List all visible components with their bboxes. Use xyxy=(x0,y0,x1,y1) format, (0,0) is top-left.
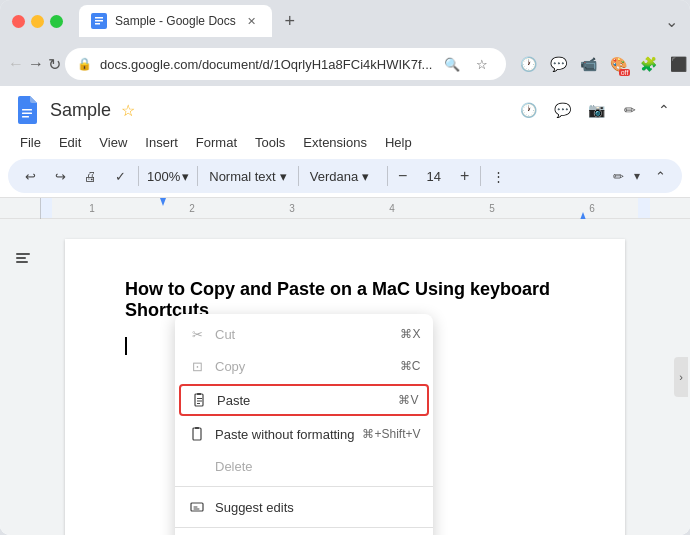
toolbar-print-icon[interactable]: 🖨 xyxy=(76,162,104,190)
svg-rect-21 xyxy=(197,393,201,395)
lock-icon: 🔒 xyxy=(77,57,92,71)
maximize-button[interactable] xyxy=(50,15,63,28)
browser-window: Sample - Google Docs ✕ + ⌄ ← → ↻ 🔒 docs.… xyxy=(0,0,690,535)
menu-format[interactable]: Format xyxy=(188,132,245,153)
paste-unformatted-shortcut: ⌘+Shift+V xyxy=(362,427,420,441)
toolbar-spellcheck-icon[interactable]: ✓ xyxy=(106,162,134,190)
delete-icon xyxy=(187,456,207,476)
docs-edit-icon[interactable]: ✏ xyxy=(616,96,644,124)
reload-button[interactable]: ↻ xyxy=(48,49,61,79)
toolbar-zoom[interactable]: 100% ▾ xyxy=(143,167,193,186)
svg-rect-3 xyxy=(95,23,100,25)
style-dropdown-icon: ▾ xyxy=(280,169,287,184)
toolbar-undo-icon[interactable]: ↩ xyxy=(16,162,44,190)
cut-shortcut: ⌘X xyxy=(400,327,420,341)
svg-rect-18 xyxy=(16,257,26,259)
docs-chat-icon[interactable]: 💬 xyxy=(548,96,576,124)
outline-icon[interactable] xyxy=(14,249,32,271)
chat-icon[interactable]: 💬 xyxy=(544,50,572,78)
docs-history-icon[interactable]: 🕐 xyxy=(514,96,542,124)
bookmark-icon[interactable]: ☆ xyxy=(470,52,494,76)
right-panel-collapse-button[interactable]: › xyxy=(674,357,688,397)
traffic-lights xyxy=(12,15,63,28)
context-menu-suggest-edits[interactable]: Suggest edits xyxy=(175,491,433,523)
edit-mode-icon[interactable]: ✏ xyxy=(604,162,632,190)
video-icon[interactable]: 📹 xyxy=(574,50,602,78)
more-options-icon[interactable]: ⋮ xyxy=(485,162,513,190)
edit-mode-label: ▾ xyxy=(634,169,640,183)
svg-text:2: 2 xyxy=(189,203,195,214)
search-icon[interactable]: 🔍 xyxy=(440,52,464,76)
close-button[interactable] xyxy=(12,15,25,28)
menu-file[interactable]: File xyxy=(12,132,49,153)
docs-title-icons: 🕐 💬 📷 ✏ ⌃ xyxy=(514,96,678,124)
font-size-dropdown[interactable]: 14 xyxy=(414,166,454,187)
toolbar-collapse-icon[interactable]: ⌃ xyxy=(646,162,674,190)
title-bar: Sample - Google Docs ✕ + ⌄ xyxy=(0,0,690,42)
address-bar: ← → ↻ 🔒 docs.google.com/document/d/1Oqrl… xyxy=(0,42,690,86)
docs-collapse-icon[interactable]: ⌃ xyxy=(650,96,678,124)
menu-extensions[interactable]: Extensions xyxy=(295,132,375,153)
font-size-controls: − 14 + xyxy=(392,165,476,187)
ruler-content: 1 2 3 4 5 6 7 xyxy=(40,198,650,218)
paste-unformatted-icon xyxy=(187,424,207,444)
docs-header: Sample ☆ 🕐 💬 📷 ✏ ⌃ File Edit View Insert… xyxy=(0,86,690,155)
new-tab-button[interactable]: + xyxy=(276,7,304,35)
screen-icon[interactable]: ⬛ xyxy=(664,50,690,78)
text-cursor xyxy=(125,337,127,355)
toolbar-separator-1 xyxy=(138,166,139,186)
svg-text:1: 1 xyxy=(89,203,95,214)
toolbar-redo-icon[interactable]: ↪ xyxy=(46,162,74,190)
menu-tools[interactable]: Tools xyxy=(247,132,293,153)
copy-shortcut: ⌘C xyxy=(400,359,421,373)
context-menu-delete[interactable]: Delete xyxy=(175,450,433,482)
context-menu-cut[interactable]: ✂ Cut ⌘X xyxy=(175,318,433,350)
suggest-edits-label: Suggest edits xyxy=(215,500,421,515)
svg-text:3: 3 xyxy=(289,203,295,214)
context-menu-paste-unformatted[interactable]: Paste without formatting ⌘+Shift+V xyxy=(175,418,433,450)
font-dropdown[interactable]: Verdana ▾ xyxy=(303,166,383,187)
svg-rect-5 xyxy=(22,113,32,115)
back-button[interactable]: ← xyxy=(8,49,24,79)
menu-edit[interactable]: Edit xyxy=(51,132,89,153)
svg-rect-2 xyxy=(95,20,103,22)
url-bar[interactable]: 🔒 docs.google.com/document/d/1OqrlyH1a8F… xyxy=(65,48,506,80)
style-label: Normal text xyxy=(209,169,275,184)
context-menu-paste[interactable]: Paste ⌘V xyxy=(179,384,429,416)
star-icon[interactable]: ☆ xyxy=(121,101,135,120)
font-label: Verdana xyxy=(310,169,358,184)
docs-container: Sample ☆ 🕐 💬 📷 ✏ ⌃ File Edit View Insert… xyxy=(0,86,690,535)
copy-icon: ⊡ xyxy=(187,356,207,376)
docs-video-icon[interactable]: 📷 xyxy=(582,96,610,124)
toolbar-separator-5 xyxy=(480,166,481,186)
style-dropdown[interactable]: Normal text ▾ xyxy=(202,166,293,187)
svg-rect-26 xyxy=(195,427,199,429)
docs-toolbar: ↩ ↪ 🖨 ✓ 100% ▾ Normal text ▾ Verdana ▾ − xyxy=(8,159,682,193)
puzzle-icon[interactable]: 🧩 xyxy=(634,50,662,78)
svg-text:4: 4 xyxy=(389,203,395,214)
paste-unformatted-label: Paste without formatting xyxy=(215,427,354,442)
toolbar-separator-4 xyxy=(387,166,388,186)
context-menu: ✂ Cut ⌘X ⊡ Copy ⌘C xyxy=(175,314,433,535)
menu-help[interactable]: Help xyxy=(377,132,420,153)
forward-button[interactable]: → xyxy=(28,49,44,79)
tab-expand-button[interactable]: ⌄ xyxy=(665,12,678,31)
extension-off-icon[interactable]: 🎨 off xyxy=(604,50,632,78)
history-icon[interactable]: 🕐 xyxy=(514,50,542,78)
active-tab[interactable]: Sample - Google Docs ✕ xyxy=(79,5,272,37)
paste-shortcut: ⌘V xyxy=(398,393,418,407)
zoom-dropdown-icon: ▾ xyxy=(182,169,189,184)
svg-rect-6 xyxy=(22,116,29,118)
menu-insert[interactable]: Insert xyxy=(137,132,186,153)
menu-view[interactable]: View xyxy=(91,132,135,153)
copy-label: Copy xyxy=(215,359,392,374)
context-menu-copy[interactable]: ⊡ Copy ⌘C xyxy=(175,350,433,382)
font-dropdown-icon: ▾ xyxy=(362,169,369,184)
docs-menu: File Edit View Insert Format Tools Exten… xyxy=(12,132,678,153)
docs-title: Sample xyxy=(50,100,111,121)
font-size-decrease-button[interactable]: − xyxy=(392,165,414,187)
tab-close-button[interactable]: ✕ xyxy=(244,13,260,29)
minimize-button[interactable] xyxy=(31,15,44,28)
font-size-increase-button[interactable]: + xyxy=(454,165,476,187)
svg-rect-17 xyxy=(16,253,30,255)
